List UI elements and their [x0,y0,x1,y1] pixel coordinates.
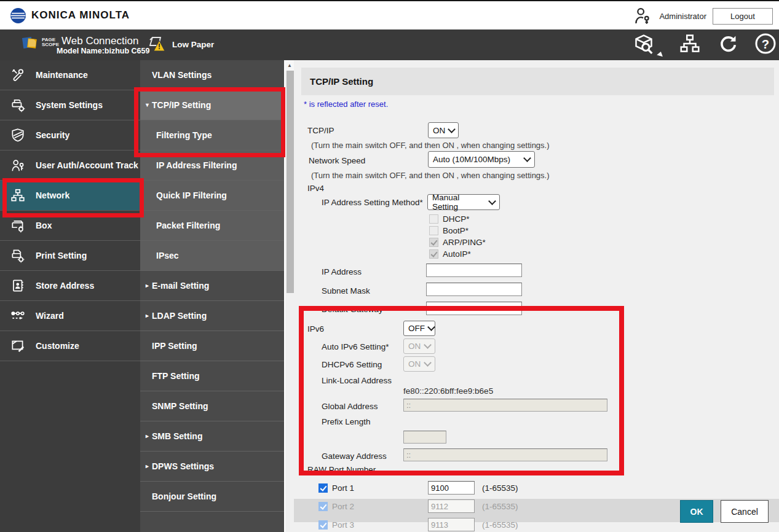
port2-range: (1-65535) [482,502,518,511]
help-icon[interactable]: ? [754,33,777,57]
submenu-item-label: Packet Filtering [156,221,220,230]
network-submenu: VLAN Settings ▼ TCP/IP Setting TCP/IP Se… [140,60,284,532]
switch-note-1: (Turn the main switch OFF, and then ON ,… [311,141,550,150]
submenu-group-tcpip-setting[interactable]: ▼ TCP/IP Setting [140,90,284,120]
logged-in-role: Administrator [659,12,706,21]
ipv6-select[interactable]: OFF [403,321,435,336]
sidebar-item-maintenance[interactable]: Maintenance [0,60,140,90]
submenu-item-snmp-setting[interactable]: SNMP Setting [140,391,284,421]
dhcp-checkbox[interactable] [429,214,438,224]
sidebar-item-label: Box [36,221,52,230]
reset-note: * is reflected after reset. [304,100,388,109]
port1-checkbox[interactable] [318,483,328,493]
default-gateway-label: Default Gateway [322,305,383,314]
network-speed-label: Network Speed [309,156,365,165]
network-icon [10,187,26,203]
submenu-item-label: E-mail Setting [152,281,209,291]
tcpip-value: ON [433,126,445,135]
chevron-down-icon [424,341,432,349]
ok-button[interactable]: OK [680,500,713,523]
submenu-item-label: Quick IP Filtering [156,190,227,200]
sidebar-item-user-auth[interactable]: User Auth/Account Track [0,151,140,181]
security-shield-icon [10,127,26,143]
tcpip-select[interactable]: ON [428,122,459,138]
subnet-mask-input[interactable] [426,283,522,296]
main-sidebar: Maintenance System Settings Security Use… [0,60,140,532]
sidebar-item-store-address[interactable]: Store Address [0,271,140,301]
submenu-group-dpws-settings[interactable]: ► DPWS Settings [140,452,284,482]
submenu-item-ipp-setting[interactable]: IPP Setting [140,331,284,361]
sidebar-item-print-setting[interactable]: Print Setting [0,241,140,271]
model-name: Model Name:bizhub C659 [57,47,149,55]
submenu-item-label: SNMP Setting [152,401,208,411]
tcpip-label: TCP/IP [307,126,334,135]
submenu-item-ipsec[interactable]: IPsec [140,241,284,271]
port3-range: (1-65535) [482,520,518,530]
maintenance-icon [10,67,26,83]
refresh-icon[interactable] [718,33,738,57]
bootp-checkbox[interactable] [429,226,438,235]
ip-address-input[interactable] [426,264,522,277]
scroll-up-button[interactable]: ▲ [285,60,294,71]
global-address-label: Global Address [322,402,378,411]
submenu-item-vlan-settings[interactable]: VLAN Settings [140,60,284,90]
port3-input [428,518,475,531]
submenu-item-ip-address-filtering[interactable]: IP Address Filtering [140,151,284,181]
logout-button[interactable]: Logout [713,8,773,25]
preview-search-icon[interactable] [631,31,656,58]
arp-ping-label: ARP/PING* [443,238,486,247]
port3-checkbox [318,520,328,530]
dhcpv6-value: ON [408,359,421,369]
arp-ping-checkbox [429,238,438,247]
submenu-group-ldap-setting[interactable]: ► LDAP Setting [140,301,284,331]
dhcpv6-select: ON [403,356,435,372]
port2-label: Port 2 [332,502,354,511]
gateway-address-label: Gateway Address [322,452,387,461]
ipv6-section-label: IPv6 [307,324,324,334]
submenu-item-quick-ip-filtering[interactable]: Quick IP Filtering [140,181,284,211]
port3-label: Port 3 [332,520,354,530]
gateway-address-input [403,448,607,461]
submenu-group-email-setting[interactable]: ► E-mail Setting [140,271,284,301]
submenu-item-bonjour-setting[interactable]: Bonjour Setting [140,482,284,512]
sidebar-item-label: Maintenance [36,70,88,80]
sidebar-item-wizard[interactable]: Wizard [0,301,140,331]
ip-method-select[interactable]: Manual Setting [427,194,500,210]
submenu-group-smb-setting[interactable]: ► SMB Setting [140,421,284,452]
admin-user-icon [632,6,653,26]
submenu-item-filtering-type[interactable]: Filtering Type [140,120,284,151]
sidebar-item-customize[interactable]: Customize [0,331,140,361]
default-gateway-input[interactable] [426,302,522,315]
chevron-down-icon [523,154,531,162]
sidebar-item-system-settings[interactable]: System Settings [0,90,140,120]
sidebar-item-security[interactable]: Security [0,120,140,151]
submenu-item-packet-filtering[interactable]: Packet Filtering [140,211,284,241]
submenu-item-label: FTP Setting [152,371,200,381]
auto-ipv6-label: Auto IPv6 Setting* [322,342,389,351]
auto-ipv6-value: ON [408,342,421,351]
autoip-label: AutoIP* [443,249,471,259]
sidebar-item-box[interactable]: Box [0,211,140,241]
submenu-item-label: TCP/IP Setting [152,100,211,110]
sidebar-item-network[interactable]: Network [0,181,140,211]
low-paper-alert[interactable]: ! Low Paper [146,34,214,54]
ip-address-label: IP Address [322,267,362,276]
scrollbar-thumb[interactable] [287,71,294,293]
submenu-scrollbar: ▲ [284,60,294,532]
chevron-down-icon [488,197,496,205]
port2-input [428,499,475,513]
ip-method-value: Manual Setting [432,193,486,211]
network-speed-select[interactable]: Auto (10M/100Mbps) [428,151,535,168]
submenu-item-ftp-setting[interactable]: FTP Setting [140,361,284,391]
alert-text: Low Paper [172,40,214,49]
autoip-checkbox [429,249,438,259]
page-title: TCP/IP Setting [301,68,774,95]
cancel-button[interactable]: Cancel [721,500,769,523]
auto-ipv6-select: ON [403,338,435,354]
expand-arrow-icon: ► [144,283,150,289]
link-local-value: fe80::220:6bff:fee9:b6e5 [403,386,493,396]
svg-text:?: ? [762,37,769,51]
network-speed-value: Auto (10M/100Mbps) [433,155,510,164]
network-map-icon[interactable] [678,32,702,58]
port1-input[interactable] [428,481,475,495]
